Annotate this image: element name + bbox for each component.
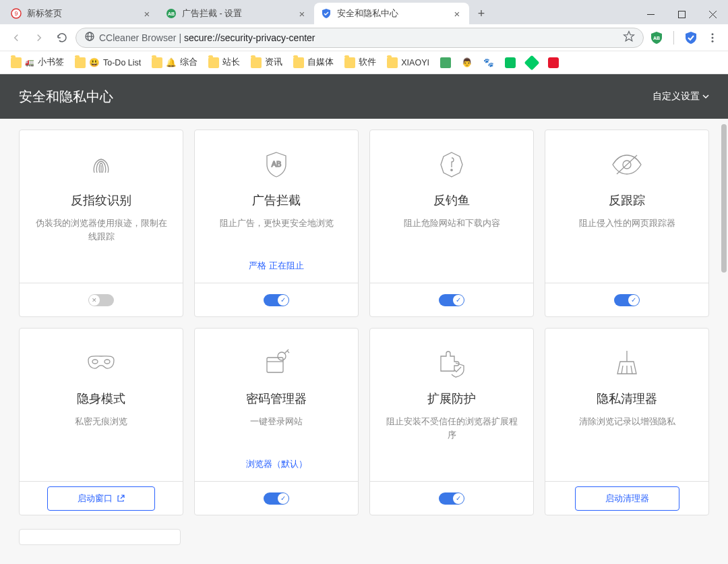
svg-point-12 [712, 33, 714, 35]
card-adblock: AB 广告拦截 阻止广告，更快更安全地浏览 严格 正在阻止 [194, 130, 359, 317]
shield-ext-icon[interactable] [684, 30, 698, 45]
folder-icon [344, 57, 355, 68]
bookmark-item[interactable]: 软件 [340, 55, 380, 70]
bookmark-item[interactable]: XIAOYI [383, 55, 433, 70]
bookmark-item[interactable]: 自媒体 [289, 55, 338, 70]
svg-text:AB: AB [168, 11, 175, 16]
card-extension-guard: 扩展防护 阻止安装不受信任的浏览器扩展程序 [369, 328, 534, 515]
card-status[interactable]: 浏览器（默认） [239, 455, 314, 473]
omnibox[interactable]: CCleaner Browser|secure://security-priva… [75, 28, 644, 48]
card-status [620, 468, 634, 473]
partial-card [19, 529, 181, 545]
button-label: 启动清理器 [605, 492, 649, 505]
card-status [445, 468, 458, 473]
card-privacy-cleaner: 隐私清理器 清除浏览记录以增强隐私 启动清理器 [545, 328, 709, 515]
toggle-switch[interactable] [88, 294, 114, 306]
maximize-button[interactable] [666, 4, 697, 24]
divider [673, 31, 674, 45]
shield-ab-icon: AB [260, 146, 293, 183]
svg-rect-5 [678, 11, 685, 18]
fingerprint-icon [85, 146, 117, 183]
svg-text:AB: AB [272, 160, 282, 168]
card-footer: 启动清理器 [545, 481, 708, 515]
minimize-button[interactable] [635, 4, 666, 24]
bookmark-star-icon[interactable] [623, 30, 635, 45]
toggle-switch[interactable] [264, 294, 289, 306]
tab-favicon [321, 8, 332, 19]
bookmark-item[interactable]: 😃To-Do List [71, 55, 145, 70]
bookmark-item[interactable]: 🚛小书签 [7, 55, 68, 70]
bookmark-item[interactable] [544, 55, 563, 70]
forward-button[interactable] [30, 28, 49, 47]
tab-adblock[interactable]: AB 广告拦截 - 设置 × [159, 3, 314, 24]
close-icon[interactable]: × [452, 8, 462, 20]
card-desc: 伪装我的浏览器使用痕迹，限制在线跟踪 [20, 217, 183, 243]
bookmark-item[interactable]: 👨 [458, 55, 477, 69]
bookmark-item[interactable]: 资讯 [247, 55, 286, 70]
card-title: 反钓鱼 [433, 192, 470, 208]
favicon: 👨 [462, 57, 473, 67]
svg-point-14 [712, 40, 714, 42]
cards-grid: 反指纹识别 伪装我的浏览器使用痕迹，限制在线跟踪 AB 广告拦截 阻止广告，更快… [0, 119, 728, 529]
tab-newpage[interactable]: 9 新标签页 × [4, 3, 159, 24]
adblock-ext-icon[interactable]: AB [649, 30, 664, 45]
weibo-icon [548, 57, 559, 68]
bookmark-label: 综合 [180, 57, 198, 68]
back-button[interactable] [7, 28, 26, 47]
folder-icon [152, 57, 162, 68]
close-icon[interactable]: × [142, 8, 152, 20]
launch-cleaner-button[interactable]: 启动清理器 [575, 486, 679, 511]
card-title: 反指纹识别 [71, 192, 131, 208]
svg-text:9: 9 [14, 10, 18, 17]
card-title: 反跟踪 [609, 192, 645, 208]
broom-icon [611, 345, 643, 381]
launch-window-button[interactable]: 启动窗口 [47, 486, 155, 511]
url-text: CCleaner Browser|secure://security-priva… [99, 32, 619, 43]
bookmark-item[interactable]: 🔔综合 [148, 55, 202, 70]
site-info-icon[interactable] [84, 31, 95, 44]
card-password-manager: 密码管理器 一键登录网站 浏览器（默认） [194, 328, 359, 515]
close-icon[interactable]: × [297, 8, 307, 20]
settings-label: 自定义设置 [653, 90, 700, 103]
card-footer [195, 481, 358, 515]
card-status [620, 269, 634, 275]
toggle-switch[interactable] [439, 294, 464, 306]
window-controls [635, 4, 728, 24]
tab-favicon: 9 [11, 8, 22, 19]
card-title: 隐私清理器 [597, 391, 657, 407]
favicon [524, 55, 540, 70]
bookmark-item[interactable] [522, 55, 541, 70]
reload-button[interactable] [53, 28, 71, 47]
eye-off-icon [609, 146, 645, 183]
close-window-button[interactable] [697, 4, 728, 24]
card-desc: 私密无痕浏览 [63, 415, 140, 428]
customize-settings-button[interactable]: 自定义设置 [653, 90, 709, 103]
card-status[interactable]: 严格 正在阻止 [242, 257, 311, 275]
bookmark-item[interactable]: 🐾 [479, 55, 498, 69]
card-status [94, 269, 108, 275]
bookmark-item[interactable]: 站长 [204, 55, 244, 70]
menu-button[interactable] [705, 30, 720, 45]
card-desc: 阻止危险网站和下载内容 [392, 217, 512, 230]
card-status [94, 468, 108, 473]
page-content: 安全和隐私中心 自定义设置 反指纹识别 伪装我的浏览器使用痕迹，限制在线跟踪 [0, 74, 728, 564]
card-incognito: 隐身模式 私密无痕浏览 启动窗口 [19, 328, 183, 515]
folder-icon [251, 57, 262, 68]
toggle-switch[interactable] [439, 492, 464, 505]
puzzle-shield-icon [434, 345, 469, 381]
bookmark-item[interactable] [436, 55, 455, 70]
tab-securitycenter[interactable]: 安全和隐私中心 × [314, 3, 469, 24]
scrollbar[interactable] [721, 124, 727, 273]
button-label: 启动窗口 [78, 492, 113, 505]
toggle-switch[interactable] [264, 492, 289, 505]
new-tab-button[interactable]: + [472, 4, 491, 23]
toggle-switch[interactable] [614, 294, 640, 306]
svg-line-19 [617, 155, 637, 174]
page-header: 安全和隐私中心 自定义设置 [0, 74, 728, 119]
address-bar: CCleaner Browser|secure://security-priva… [0, 24, 728, 51]
folder-icon [11, 57, 22, 68]
tabstrip: 9 新标签页 × AB 广告拦截 - 设置 × 安全和隐私中心 × + [0, 3, 635, 24]
bookmark-item[interactable] [501, 55, 520, 70]
svg-point-21 [104, 360, 110, 364]
phishing-icon [435, 146, 468, 183]
